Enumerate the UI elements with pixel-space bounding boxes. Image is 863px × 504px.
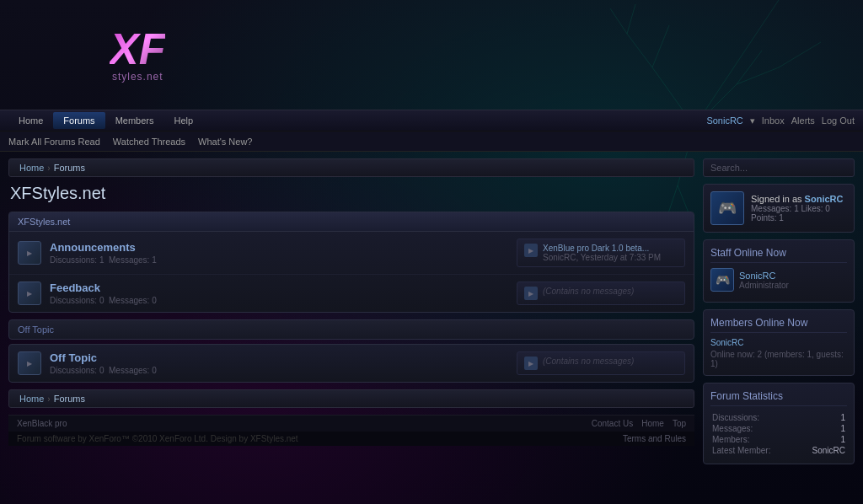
avatar: 🎮 — [710, 191, 744, 225]
forum-info-feedback: Feedback Discussions: 0 Messages: 0 — [50, 281, 508, 305]
forum-stats-section: Forum Statistics Discussions: 1 Messages… — [703, 383, 855, 464]
signed-in-username[interactable]: SonicRC — [805, 194, 844, 204]
stats-table: Discussions: 1 Messages: 1 Members: 1 La… — [710, 411, 847, 457]
stats-row-messages: Messages: 1 — [712, 424, 845, 433]
online-names[interactable]: SonicRC — [710, 338, 847, 347]
footer-terms[interactable]: Terms and Rules — [623, 434, 686, 443]
breadcrumb-forums[interactable]: Forums — [51, 163, 88, 173]
latest-title-announcements[interactable]: XenBlue pro Dark 1.0 beta... — [543, 244, 678, 253]
stats-value-discussions: 1 — [797, 413, 845, 422]
header: XF styles.net — [0, 0, 863, 110]
forum-name-announcements[interactable]: Announcements — [50, 241, 508, 254]
forum-name-feedback[interactable]: Feedback — [50, 281, 508, 294]
nav-username[interactable]: SonicRC — [706, 115, 742, 126]
footer-top[interactable]: Top — [673, 419, 686, 428]
latest-icon-announcements: ▶ — [524, 244, 538, 257]
nav-forums[interactable]: Forums — [53, 112, 105, 129]
stats-row-members: Members: 1 — [712, 435, 845, 444]
stats-value-messages: 1 — [797, 424, 845, 433]
top-nav: Home Forums Members Help SonicRC ▾ Inbox… — [0, 110, 863, 131]
forum-stats-title: Forum Statistics — [710, 390, 847, 406]
footer-copyright: Forum software by XenForo™ ©2010 XenForo… — [17, 434, 298, 443]
staff-info-sonicrc: SonicRC Administrator — [739, 271, 789, 290]
bottom-breadcrumb: Home › Forums — [8, 389, 694, 408]
stats-row-discussions: Discussions: 1 — [712, 413, 845, 422]
members-online-section: Members Online Now SonicRC Online now: 2… — [703, 309, 855, 376]
bottom-breadcrumb-home[interactable]: Home — [16, 394, 47, 404]
latest-icon-feedback: ▶ — [524, 287, 538, 300]
forum-group-title-xfstyles: XFStyles.net — [9, 212, 694, 232]
center-content: Home › Forums XFStyles.net XFStyles.net … — [8, 158, 694, 471]
staff-avatar-sonicrc: 🎮 — [710, 268, 734, 292]
nav-help[interactable]: Help — [163, 112, 203, 129]
forum-row-announcements: ▶ Announcements Discussions: 1 Messages:… — [9, 232, 694, 275]
forum-icon-feedback: ▶ — [18, 281, 41, 305]
stats-label-members: Members: — [712, 435, 796, 444]
forum-name-offtopic[interactable]: Off Topic — [50, 351, 508, 364]
sub-nav-whats-new[interactable]: What's New? — [198, 137, 252, 147]
nav-alerts[interactable]: Alerts — [791, 115, 815, 126]
stats-label-latest: Latest Member: — [712, 446, 796, 455]
stats-row-latest: Latest Member: SonicRC — [712, 446, 845, 455]
forum-meta-announcements: Discussions: 1 Messages: 1 — [50, 255, 508, 265]
staff-online-section: Staff Online Now 🎮 SonicRC Administrator — [703, 239, 855, 303]
online-count: Online now: 2 (members: 1, guests: 1) — [710, 350, 847, 368]
footer-left[interactable]: XenBlack pro — [17, 419, 67, 428]
forum-info-offtopic: Off Topic Discussions: 0 Messages: 0 — [50, 351, 508, 375]
breadcrumb-home[interactable]: Home — [16, 163, 47, 173]
latest-text-announcements: XenBlue pro Dark 1.0 beta... SonicRC, Ye… — [543, 244, 678, 262]
breadcrumb: Home › Forums — [8, 158, 694, 177]
forum-row-feedback: ▶ Feedback Discussions: 0 Messages: 0 ▶ … — [9, 275, 694, 312]
category-offtopic: Off Topic — [8, 319, 694, 340]
forum-icon-announcements: ▶ — [18, 241, 41, 265]
footer-contact[interactable]: Contact Us — [592, 419, 633, 428]
footer-bottom: Forum software by XenForo™ ©2010 XenForo… — [8, 432, 694, 446]
forum-row-offtopic: ▶ Off Topic Discussions: 0 Messages: 0 ▶… — [9, 345, 694, 382]
latest-text-feedback: (Contains no messages) — [543, 287, 678, 296]
right-sidebar: 🎮 Signed in as SonicRC Messages: 1 Likes… — [703, 158, 855, 471]
footer-home[interactable]: Home — [641, 419, 664, 428]
nav-dropdown-icon[interactable]: ▾ — [750, 115, 755, 126]
stats-label-messages: Messages: — [712, 424, 796, 433]
forum-meta-offtopic: Discussions: 0 Messages: 0 — [50, 366, 508, 375]
latest-by-announcements: SonicRC, Yesterday at 7:33 PM — [543, 253, 678, 262]
logo-sub: styles.net — [112, 71, 163, 83]
sub-nav: Mark All Forums Read Watched Threads Wha… — [0, 131, 863, 152]
forum-group-offtopic: ▶ Off Topic Discussions: 0 Messages: 0 ▶… — [8, 344, 694, 383]
nav-home[interactable]: Home — [8, 112, 53, 129]
nav-members[interactable]: Members — [105, 112, 164, 129]
no-messages-feedback: (Contains no messages) — [543, 287, 678, 296]
page-title: XFStyles.net — [8, 184, 694, 203]
sub-nav-watched[interactable]: Watched Threads — [113, 137, 185, 147]
no-messages-offtopic: (Contains no messages) — [543, 357, 678, 366]
bottom-breadcrumb-forums[interactable]: Forums — [51, 394, 88, 404]
main-layout: Home › Forums XFStyles.net XFStyles.net … — [0, 152, 863, 478]
sub-nav-mark-read[interactable]: Mark All Forums Read — [8, 137, 100, 147]
user-meta: Messages: 1 Likes: 0 Points: 1 — [751, 204, 847, 223]
forum-info-announcements: Announcements Discussions: 1 Messages: 1 — [50, 241, 508, 265]
logo-text: XF — [110, 27, 165, 71]
signed-in-text: Signed in as — [751, 194, 802, 204]
nav-inbox[interactable]: Inbox — [762, 115, 785, 126]
search-input[interactable] — [703, 158, 855, 177]
user-info: Signed in as SonicRC Messages: 1 Likes: … — [751, 194, 847, 223]
nav-right: SonicRC ▾ Inbox Alerts Log Out — [706, 115, 855, 126]
sidebar-user-block: 🎮 Signed in as SonicRC Messages: 1 Likes… — [703, 184, 855, 233]
footer-links: Contact Us Home Top — [592, 419, 686, 428]
forum-meta-feedback: Discussions: 0 Messages: 0 — [50, 296, 508, 305]
nav-logout[interactable]: Log Out — [822, 115, 855, 126]
forum-group-xfstyles: XFStyles.net ▶ Announcements Discussions… — [8, 212, 694, 313]
stats-value-latest[interactable]: SonicRC — [797, 446, 845, 455]
forum-latest-feedback: ▶ (Contains no messages) — [517, 281, 685, 305]
stats-label-discussions: Discussions: — [712, 413, 796, 422]
staff-member-sonicrc: 🎮 SonicRC Administrator — [710, 268, 847, 292]
forum-latest-offtopic: ▶ (Contains no messages) — [517, 351, 685, 375]
latest-icon-offtopic: ▶ — [524, 357, 538, 370]
staff-name-sonicrc[interactable]: SonicRC — [739, 271, 789, 281]
latest-text-offtopic: (Contains no messages) — [543, 357, 678, 366]
forum-icon-offtopic: ▶ — [18, 351, 41, 375]
signed-in-prefix: Signed in as SonicRC — [751, 194, 847, 204]
footer-bar: XenBlack pro Contact Us Home Top — [8, 415, 694, 432]
logo[interactable]: XF styles.net — [110, 27, 165, 83]
members-online-title: Members Online Now — [710, 317, 847, 333]
